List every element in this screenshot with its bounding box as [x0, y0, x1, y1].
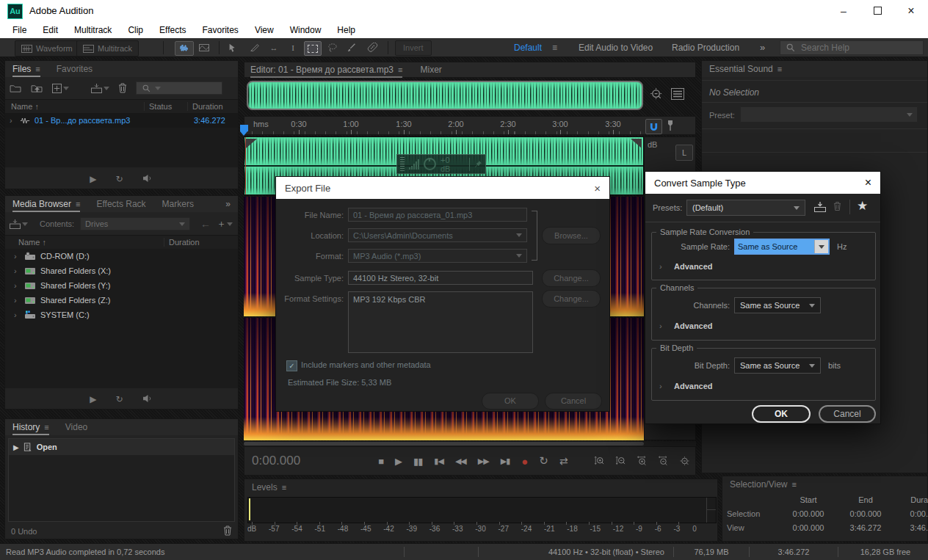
waveform-view-button[interactable] [175, 41, 194, 56]
tab-mixer[interactable]: Mixer [420, 65, 441, 75]
sample-rate-combobox[interactable]: Same as Source [734, 239, 830, 255]
import-file-icon[interactable] [31, 84, 43, 93]
sample-type-field[interactable]: 44100 Hz Stereo, 32-bit [348, 271, 533, 285]
col-duration[interactable]: Duration [164, 238, 238, 247]
presets-dropdown[interactable]: (Default) [686, 200, 805, 216]
time-selection-tool-icon[interactable]: I [285, 41, 301, 54]
insert-into-multitrack-icon[interactable] [91, 84, 109, 93]
gain-hud[interactable]: +0 dB [396, 154, 486, 174]
auto-play-speaker-icon[interactable] [142, 174, 153, 183]
panel-menu-icon[interactable]: ≡ [777, 65, 782, 73]
tab-favorites[interactable]: Favorites [57, 61, 93, 77]
selection-start[interactable]: 0:00.000 [780, 509, 837, 518]
open-file-icon[interactable] [10, 84, 22, 93]
expand-chevron-icon[interactable]: › [14, 252, 20, 261]
fade-out-handle[interactable] [631, 139, 642, 148]
format-settings-change-button[interactable]: Change... [542, 290, 601, 308]
preview-loop-button[interactable]: ↻ [116, 174, 123, 184]
record-button[interactable]: ● [521, 455, 527, 468]
bit-depth-dropdown[interactable]: Same as Source [734, 357, 821, 374]
delete-preset-trash-icon[interactable] [833, 201, 841, 211]
rewind-button[interactable]: ◀◀ [455, 457, 466, 466]
close-icon[interactable]: × [594, 182, 601, 194]
workspace-tab-default[interactable]: Default [514, 38, 542, 57]
waveform-overview-navigator[interactable] [247, 81, 643, 110]
preview-loop-button[interactable]: ↻ [116, 394, 123, 404]
stop-button[interactable]: ■ [378, 456, 383, 467]
sample-rate-dropdown-arrow[interactable] [814, 240, 828, 253]
snap-toggle-button[interactable] [645, 119, 662, 134]
level-meter[interactable] [247, 497, 717, 523]
col-status[interactable]: Status [144, 102, 187, 111]
back-arrow-icon[interactable]: ← [200, 218, 211, 230]
zoom-in-amplitude-button[interactable] [594, 454, 605, 468]
file-name-field[interactable]: 01 - Время до рассвета_01.mp3 [348, 208, 527, 222]
expand-chevron-icon[interactable]: › [14, 296, 20, 305]
workspace-tab-edit-audio-to-video[interactable]: Edit Audio to Video [579, 38, 653, 57]
view-start[interactable]: 0:00.000 [780, 523, 837, 532]
drive-row-x[interactable]: › Shared Folders (X:) [5, 263, 238, 278]
menu-file[interactable]: File [4, 22, 35, 38]
sample-rate-advanced-toggle[interactable]: › Advanced [659, 262, 713, 271]
minimize-button[interactable]: – [827, 0, 860, 22]
editor-hscrollbar-thumb[interactable] [244, 442, 644, 446]
panel-menu-icon[interactable]: ≡ [44, 423, 48, 432]
tab-editor[interactable]: Editor: 01 - Время до рассвета.mp3 ≡ [250, 62, 402, 78]
move-tool-icon[interactable] [225, 41, 241, 54]
panel-menu-icon[interactable]: ≡ [76, 200, 80, 208]
hud-gain-knob[interactable] [424, 158, 436, 170]
skip-to-start-button[interactable]: ▮◀ [434, 457, 443, 466]
essential-preset-dropdown[interactable] [740, 106, 918, 123]
add-shortcut-icon[interactable]: ＋ [217, 217, 233, 230]
menu-edit[interactable]: Edit [35, 22, 66, 38]
media-import-icon[interactable] [10, 219, 28, 229]
hud-grip-handle[interactable] [400, 157, 405, 171]
spectral-view-button[interactable] [195, 41, 213, 54]
panel-menu-icon[interactable]: ≡ [792, 480, 797, 489]
files-search-box[interactable] [136, 81, 222, 95]
expand-chevron-icon[interactable]: › [14, 310, 20, 319]
drive-row-y[interactable]: › Shared Folders (Y:) [5, 278, 238, 293]
sample-rate-selected-text[interactable]: Same as Source [736, 240, 814, 253]
zoom-full-icon[interactable] [650, 87, 664, 101]
location-dropdown[interactable]: C:\Users\Admin\Documents [348, 228, 527, 242]
panel-menu-icon[interactable]: ≡ [282, 483, 286, 492]
include-markers-checkbox[interactable]: ✓ [286, 360, 297, 371]
menu-effects[interactable]: Effects [151, 22, 194, 38]
col-name[interactable]: Name ↑ [5, 102, 144, 111]
menu-window[interactable]: Window [282, 22, 330, 38]
hud-pin-icon[interactable] [474, 160, 482, 168]
file-row[interactable]: › 01 - Вр...до рассвета.mp3 3:46.272 [5, 113, 238, 128]
browse-button[interactable]: Browse... [542, 227, 601, 244]
menu-favorites[interactable]: Favorites [195, 22, 247, 38]
lasso-selection-tool-icon[interactable] [325, 41, 341, 54]
drive-row-system[interactable]: › SYSTEM (C:) [5, 308, 238, 322]
expand-chevron-icon[interactable]: › [14, 266, 20, 275]
close-icon[interactable]: × [865, 176, 871, 189]
selection-duration[interactable]: 0:00.000 [894, 509, 928, 518]
close-button[interactable]: × [894, 0, 928, 22]
new-content-icon[interactable] [52, 84, 69, 93]
skip-to-end-button[interactable]: ▶▮ [501, 457, 510, 466]
editor-options-icon[interactable] [671, 88, 684, 100]
view-duration[interactable]: 3:46.272 [894, 523, 928, 532]
expand-chevron-icon[interactable]: › [14, 281, 20, 290]
pause-button[interactable]: ▮▮ [413, 456, 422, 467]
workspace-tab-radio-production[interactable]: Radio Production [672, 38, 739, 57]
col-name[interactable]: Name ↑ [5, 238, 164, 247]
drive-row-cdrom[interactable]: › CD-ROM (D:) [5, 249, 238, 263]
tab-history[interactable]: History≡ [12, 419, 49, 435]
convert-ok-button[interactable]: OK [752, 405, 811, 423]
preview-play-button[interactable]: ▶ [90, 394, 96, 404]
tab-video[interactable]: Video [65, 419, 87, 435]
play-button[interactable]: ▶ [395, 456, 402, 467]
zoom-reset-button[interactable] [679, 454, 690, 468]
channels-dropdown[interactable]: Same as Source [734, 297, 821, 313]
sample-type-change-button[interactable]: Change... [542, 269, 601, 287]
tab-essential-sound[interactable]: Essential Sound≡ [709, 61, 782, 77]
tab-media-browser[interactable]: Media Browser≡ [12, 196, 80, 212]
playhead-marker[interactable] [240, 125, 248, 131]
fast-forward-button[interactable]: ▶▶ [478, 457, 489, 466]
menu-multitrack[interactable]: Multitrack [66, 22, 120, 38]
search-help-box[interactable] [780, 40, 924, 55]
